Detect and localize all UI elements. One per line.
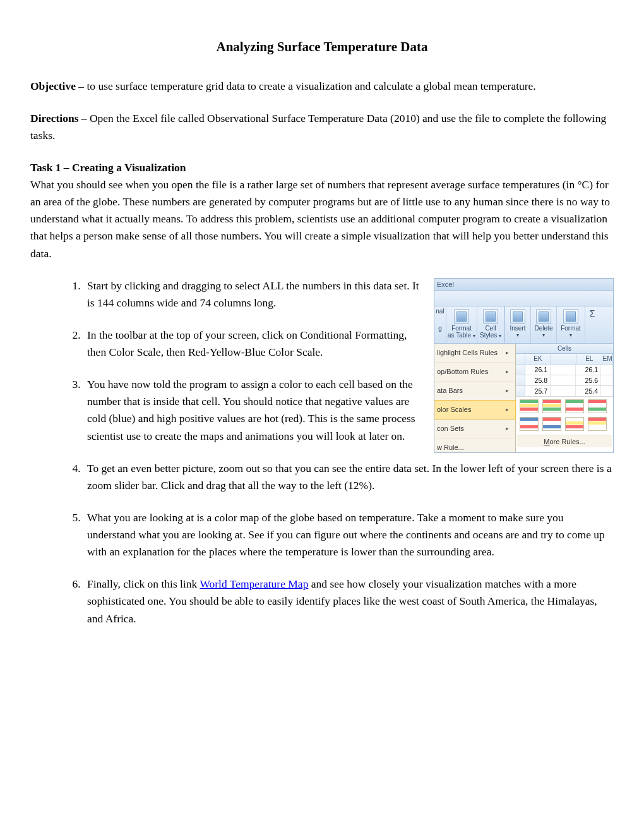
ribbon-group-autosum: Σ bbox=[585, 306, 599, 343]
submenu-arrow-icon: ▸ bbox=[506, 363, 509, 381]
col-header-el: EL bbox=[576, 354, 602, 364]
excel-body: lighlight Cells Rules▸ op/Bottom Rules▸ … bbox=[434, 344, 613, 453]
color-scale-row bbox=[517, 417, 612, 431]
task1-heading-line: Task 1 – Creating a Visualization bbox=[30, 159, 614, 176]
color-scale-swatch bbox=[588, 399, 607, 413]
color-scale-swatch bbox=[542, 399, 561, 413]
cell-value: 26.1 bbox=[576, 365, 601, 375]
step-text: You have now told the program to assign … bbox=[87, 378, 415, 442]
ribbon-label-g: g bbox=[438, 325, 442, 332]
menu-icon-sets: con Sets▸ bbox=[434, 420, 515, 438]
page-title: Analyzing Surface Temperature Data bbox=[30, 37, 614, 57]
excel-right-pane: Cells EK EL EM 26.1 26.1 bbox=[516, 344, 613, 453]
excel-ribbon-tabs bbox=[434, 291, 613, 306]
submenu-arrow-icon: ▸ bbox=[506, 344, 509, 362]
ribbon-label-astable: as Table ▾ bbox=[448, 332, 475, 339]
submenu-arrow-icon: ▸ bbox=[506, 401, 509, 419]
color-scale-swatch bbox=[565, 417, 584, 431]
ribbon-label-styles: Styles ▾ bbox=[480, 332, 501, 339]
submenu-arrow-icon: ▸ bbox=[506, 420, 509, 438]
ribbon-format-dropdown-icon: ▾ bbox=[569, 332, 572, 339]
directions-label: Directions bbox=[30, 112, 78, 124]
objective-paragraph: Objective – to use surface temperature g… bbox=[30, 78, 614, 95]
ribbon-label-insert: Insert bbox=[510, 325, 525, 332]
menu-top-bottom-rules: op/Bottom Rules▸ bbox=[434, 363, 515, 382]
cell-value: 25.4 bbox=[576, 386, 601, 396]
task1-section: Task 1 – Creating a Visualization What y… bbox=[30, 159, 614, 627]
col-header-empty bbox=[551, 354, 577, 364]
ribbon-label-cell: Cell bbox=[485, 325, 496, 332]
task1-intro: What you should see when you open the fi… bbox=[30, 176, 614, 262]
task1-heading: Task 1 – Creating a Visualization bbox=[30, 161, 186, 174]
list-item: Finally, click on this link World Temper… bbox=[83, 576, 614, 627]
step-text: In the toolbar at the top of your screen… bbox=[87, 329, 407, 358]
submenu-arrow-icon: ▸ bbox=[506, 382, 509, 400]
format-icon bbox=[563, 309, 578, 324]
delete-icon bbox=[536, 309, 551, 324]
ribbon-group-cut-conditional: nal g bbox=[434, 306, 446, 343]
menu-new-rule: w Rule... bbox=[434, 438, 515, 453]
color-scale-row bbox=[517, 399, 612, 413]
step-text: Start by clicking and dragging to select… bbox=[87, 279, 419, 309]
table-row: 25.7 25.4 bbox=[516, 386, 613, 397]
cell-styles-icon bbox=[483, 309, 498, 324]
menu-data-bars: ata Bars▸ bbox=[434, 382, 515, 401]
table-row: 26.1 26.1 bbox=[516, 365, 613, 375]
autosum-sigma-icon: Σ bbox=[590, 309, 595, 318]
sheet-column-headers: EK EL EM bbox=[516, 354, 613, 365]
ribbon-label-nal: nal bbox=[436, 308, 444, 315]
ribbon-label-format2: Format bbox=[561, 325, 581, 332]
ribbon-group-format-table: Format as Table ▾ bbox=[446, 306, 477, 343]
menu-highlight-cells-rules: lighlight Cells Rules▸ bbox=[434, 344, 515, 363]
cell-value: 25.6 bbox=[576, 375, 601, 385]
cell-value: 25.7 bbox=[525, 386, 551, 396]
cell-value: 25.8 bbox=[525, 375, 551, 385]
document-page: Analyzing Surface Temperature Data Objec… bbox=[0, 0, 644, 834]
color-scale-swatch bbox=[520, 399, 539, 413]
color-scale-gallery: More Rules... bbox=[516, 397, 613, 453]
menu-color-scales: olor Scales▸ bbox=[434, 401, 515, 420]
color-scale-swatch bbox=[542, 417, 561, 431]
world-temperature-map-link[interactable]: World Temperature Map bbox=[200, 577, 308, 590]
ribbon-label-format: Format bbox=[451, 325, 472, 332]
color-scale-swatch bbox=[565, 399, 584, 413]
ribbon-group-format2: Format ▾ bbox=[557, 306, 585, 343]
table-row: 25.8 25.6 bbox=[516, 375, 613, 386]
list-item: What you are looking at is a color map o… bbox=[83, 509, 614, 560]
directions-text: – Open the Excel file called Observation… bbox=[30, 112, 606, 142]
cell-value: 26.1 bbox=[525, 365, 551, 375]
ribbon-group-insert: Insert ▾ bbox=[504, 306, 531, 343]
objective-label: Objective bbox=[30, 80, 76, 92]
ribbon-delete-dropdown-icon: ▾ bbox=[542, 332, 545, 339]
insert-icon bbox=[510, 309, 525, 324]
step-text: What you are looking at is a color map o… bbox=[87, 511, 605, 558]
col-header-ek: EK bbox=[525, 354, 551, 364]
conditional-formatting-menu: lighlight Cells Rules▸ op/Bottom Rules▸ … bbox=[434, 344, 516, 453]
excel-titlebar: Excel bbox=[434, 279, 613, 291]
objective-text: – to use surface temperature grid data t… bbox=[76, 80, 536, 92]
color-scale-swatch bbox=[588, 417, 607, 431]
excel-ribbon: nal g Format as Table ▾ Cell Styles ▾ In… bbox=[434, 306, 613, 344]
directions-paragraph: Directions – Open the Excel file called … bbox=[30, 110, 614, 144]
ribbon-insert-dropdown-icon: ▾ bbox=[516, 332, 519, 339]
list-item: To get an even better picture, zoom out … bbox=[83, 460, 614, 494]
col-header-em: EM bbox=[602, 354, 613, 364]
ribbon-group-cell-styles: Cell Styles ▾ bbox=[477, 306, 504, 343]
cells-group-label: Cells bbox=[516, 344, 613, 354]
color-scale-swatch bbox=[520, 417, 539, 431]
more-rules-item: More Rules... bbox=[517, 435, 612, 447]
step-text-prefix: Finally, click on this link bbox=[87, 577, 200, 590]
excel-screenshot: Excel nal g Format as Table ▾ Cell Style… bbox=[434, 278, 614, 453]
step-text: To get an even better picture, zoom out … bbox=[87, 462, 612, 492]
ribbon-label-delete: Delete bbox=[535, 325, 553, 332]
ribbon-group-delete: Delete ▾ bbox=[531, 306, 557, 343]
format-as-table-icon bbox=[454, 309, 469, 324]
